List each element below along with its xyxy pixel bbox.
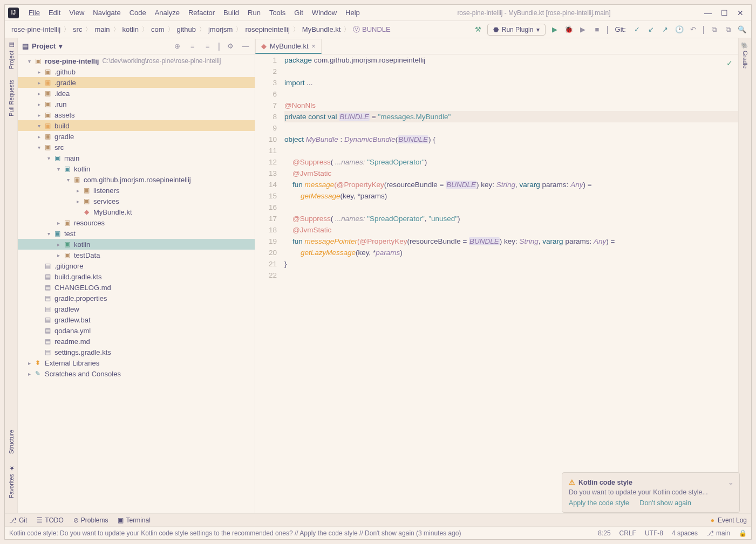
lock-icon[interactable]: 🔒 xyxy=(739,529,747,537)
tree-row[interactable]: ▸▣resources xyxy=(18,217,255,228)
crumb-jmorjsm[interactable]: jmorjsm xyxy=(206,25,235,33)
tree-row[interactable]: ▸✎Scratches and Consoles xyxy=(18,368,255,379)
menu-file[interactable]: File xyxy=(24,9,44,17)
run-config-selector[interactable]: ⬣ Run Plugin ▾ xyxy=(487,24,546,36)
terminal-tool-button[interactable]: ▣ Terminal xyxy=(118,517,150,524)
vcs-history-icon[interactable]: 🕑 xyxy=(675,25,684,35)
tab-close-icon[interactable]: × xyxy=(312,43,316,50)
crumb-github[interactable]: github xyxy=(175,25,198,33)
menu-window[interactable]: Window xyxy=(308,9,341,17)
tree-row[interactable]: ▸▣assets xyxy=(18,109,255,120)
tree-row[interactable]: ▸▣kotlin xyxy=(18,239,255,250)
project-pane-title[interactable]: ▤ Project ▾ xyxy=(22,42,63,50)
notification-apply-link[interactable]: Apply the code style xyxy=(569,499,629,507)
editor-tab-mybundle[interactable]: ◆ MyBundle.kt × xyxy=(255,39,322,54)
hide-icon[interactable]: — xyxy=(241,42,250,51)
project-tree[interactable]: ▾▣rose-pine-intellijC:\dev\working\rose-… xyxy=(18,54,255,513)
close-button[interactable]: ✕ xyxy=(736,9,745,17)
menu-build[interactable]: Build xyxy=(219,9,243,17)
structure-tool-button[interactable]: Structure xyxy=(8,430,15,454)
minimize-button[interactable]: — xyxy=(704,9,712,17)
tree-row[interactable]: ▾▣rose-pine-intellijC:\dev\working\rose-… xyxy=(18,56,255,66)
tree-row[interactable]: ▸▣.idea xyxy=(18,88,255,99)
coverage-button[interactable]: ▶ xyxy=(578,25,588,35)
tree-row[interactable]: ▤.gitignore xyxy=(18,260,255,271)
settings-icon[interactable]: ⚙ xyxy=(226,42,235,51)
build-icon[interactable]: ⚒ xyxy=(473,25,483,35)
tree-row[interactable]: ▾▣test xyxy=(18,228,255,239)
crumb-main[interactable]: main xyxy=(92,25,112,33)
file-encoding[interactable]: UTF-8 xyxy=(645,529,663,537)
git-branch-widget[interactable]: ⎇ main xyxy=(706,529,730,537)
project-tool-button[interactable]: Project ▤ xyxy=(8,42,15,69)
tree-row[interactable]: ▸▣.github xyxy=(18,66,255,77)
gradle-tool-button[interactable]: 🐘 Gradle xyxy=(741,42,748,68)
tree-row[interactable]: ▾▣src xyxy=(18,142,255,153)
event-log-button[interactable]: Event Log xyxy=(718,517,747,524)
line-separator[interactable]: CRLF xyxy=(619,529,636,537)
crumb-file[interactable]: MyBundle.kt xyxy=(300,25,343,33)
menu-help[interactable]: Help xyxy=(341,9,364,17)
tree-row[interactable]: ▸▣listeners xyxy=(18,185,255,196)
tree-row[interactable]: ▤build.gradle.kts xyxy=(18,271,255,282)
todo-tool-button[interactable]: ☰ TODO xyxy=(37,517,63,524)
ide-icon-1[interactable]: ⧉ xyxy=(709,25,719,35)
crumb-member[interactable]: ⓥ BUNDLE xyxy=(351,25,392,35)
expand-all-icon[interactable]: ≡ xyxy=(188,42,197,51)
debug-button[interactable]: 🐞 xyxy=(564,25,574,35)
pull-requests-tool-button[interactable]: Pull Requests xyxy=(8,80,15,116)
caret-position[interactable]: 8:25 xyxy=(598,529,610,537)
crumb-kotlin[interactable]: kotlin xyxy=(120,25,141,33)
tree-row[interactable]: ▾▣build xyxy=(18,120,255,131)
menu-analyze[interactable]: Analyze xyxy=(151,9,184,17)
maximize-button[interactable]: ☐ xyxy=(720,9,728,17)
problems-tool-button[interactable]: ⊘ Problems xyxy=(73,517,108,524)
tree-row[interactable]: ▤gradle.properties xyxy=(18,293,255,304)
tree-row[interactable]: ▾▣kotlin xyxy=(18,163,255,174)
crumb-project[interactable]: rose-pine-intellij xyxy=(9,25,63,33)
notification-dont-show-link[interactable]: Don't show again xyxy=(639,499,691,507)
tree-row[interactable]: ▸▣services xyxy=(18,196,255,206)
menu-run[interactable]: Run xyxy=(243,9,265,17)
menu-navigate[interactable]: Navigate xyxy=(88,9,125,17)
vcs-commit-icon[interactable]: ✓ xyxy=(632,25,642,35)
menu-view[interactable]: View xyxy=(65,9,88,17)
tree-row[interactable]: ▤CHANGELOG.md xyxy=(18,282,255,293)
indent-widget[interactable]: 4 spaces xyxy=(672,529,698,537)
menu-git[interactable]: Git xyxy=(290,9,308,17)
favorites-tool-button[interactable]: Favorites ★ xyxy=(8,465,15,498)
tree-row[interactable]: ▤gradlew.bat xyxy=(18,314,255,325)
vcs-rollback-icon[interactable]: ↶ xyxy=(689,25,698,35)
tree-row[interactable]: ▤readme.md xyxy=(18,336,255,347)
ide-icon-2[interactable]: ⧉ xyxy=(723,25,733,35)
crumb-com[interactable]: com xyxy=(149,25,167,33)
collapse-all-icon[interactable]: ≡ xyxy=(203,42,213,51)
menu-refactor[interactable]: Refactor xyxy=(184,9,219,17)
tree-row[interactable]: ▸⬍External Libraries xyxy=(18,357,255,368)
tree-row[interactable]: ▤gradlew xyxy=(18,304,255,314)
git-tool-button[interactable]: ⎇ Git xyxy=(9,517,27,524)
code-area[interactable]: package com.github.jmorjsm.rosepineintel… xyxy=(282,54,738,513)
menu-tools[interactable]: Tools xyxy=(265,9,290,17)
tree-row[interactable]: ▾▣com.github.jmorjsm.rosepineintellij xyxy=(18,174,255,185)
vcs-push-icon[interactable]: ↗ xyxy=(660,25,670,35)
vcs-update-icon[interactable]: ↙ xyxy=(646,25,656,35)
select-opened-file-icon[interactable]: ⊕ xyxy=(173,42,182,51)
tree-row[interactable]: ▸▣.run xyxy=(18,99,255,109)
stop-button[interactable]: ■ xyxy=(592,25,602,35)
crumb-pkg[interactable]: rosepineintellij xyxy=(243,25,291,33)
notification-collapse-icon[interactable]: ⌄ xyxy=(728,478,734,486)
crumb-src[interactable]: src xyxy=(71,25,84,33)
tree-row[interactable]: ◆MyBundle.kt xyxy=(18,206,255,217)
run-button[interactable]: ▶ xyxy=(550,25,560,35)
tree-row[interactable]: ▸▣.gradle xyxy=(18,77,255,88)
editor-body[interactable]: 123678910111213141516171819202122 packag… xyxy=(255,54,738,513)
inspection-ok-icon[interactable]: ✓ xyxy=(726,58,733,69)
search-everywhere-icon[interactable]: 🔍 xyxy=(737,25,747,35)
tree-row[interactable]: ▸▣testData xyxy=(18,250,255,260)
tree-row[interactable]: ▸▣gradle xyxy=(18,131,255,142)
tree-row[interactable]: ▤settings.gradle.kts xyxy=(18,347,255,357)
menu-edit[interactable]: Edit xyxy=(44,9,65,17)
menu-code[interactable]: Code xyxy=(125,9,151,17)
tree-row[interactable]: ▤qodana.yml xyxy=(18,325,255,336)
